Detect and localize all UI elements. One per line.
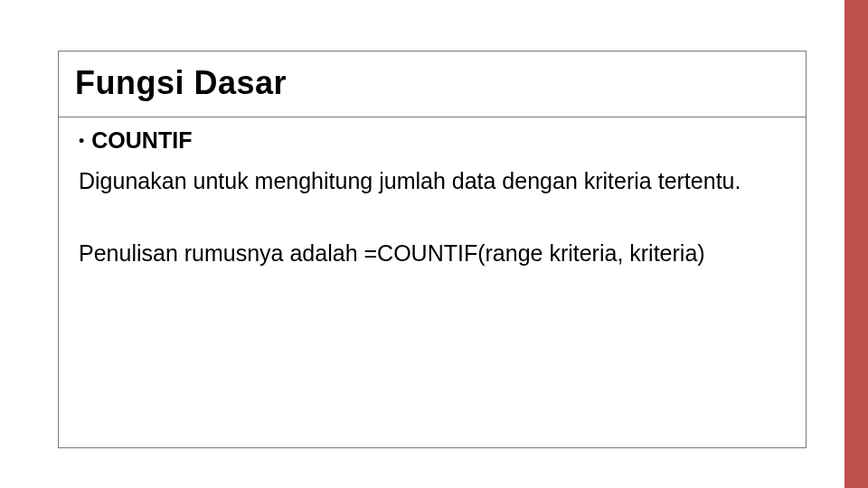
slide: Fungsi Dasar • COUNTIF Digunakan untuk m…: [0, 0, 868, 488]
function-name: COUNTIF: [91, 127, 192, 155]
slide-title: Fungsi Dasar: [75, 64, 789, 102]
bullet-icon: •: [79, 133, 84, 149]
title-row: Fungsi Dasar: [59, 52, 806, 117]
content-frame: Fungsi Dasar • COUNTIF Digunakan untuk m…: [58, 51, 807, 448]
accent-bar: [844, 0, 868, 488]
body-area: • COUNTIF Digunakan untuk menghitung jum…: [59, 117, 806, 267]
description-paragraph: Digunakan untuk menghitung jumlah data d…: [79, 167, 786, 195]
formula-paragraph: Penulisan rumusnya adalah =COUNTIF(range…: [79, 239, 786, 267]
bullet-line: • COUNTIF: [79, 127, 786, 155]
